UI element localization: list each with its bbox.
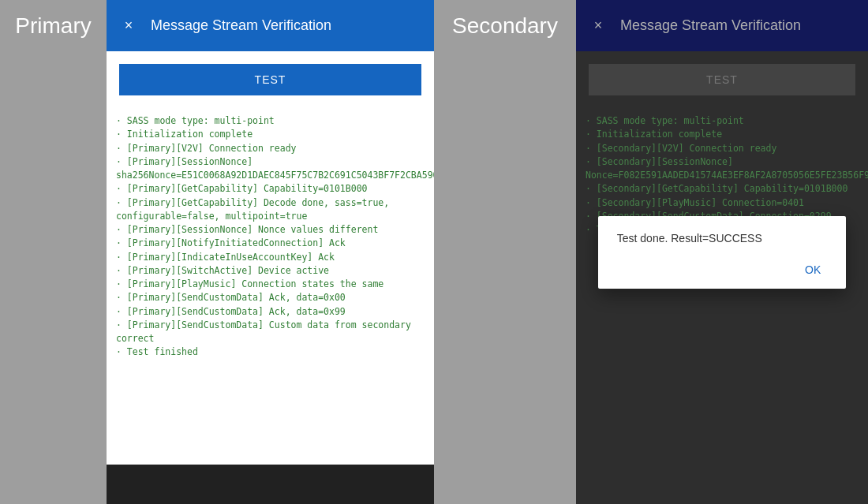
left-test-button-container: TEST [107,51,434,108]
left-dialog: × Message Stream Verification TEST · SAS… [107,0,434,504]
right-panel: Secondary × Message Stream Verification … [434,0,868,504]
left-close-button[interactable]: × [119,17,138,35]
left-panel: Primary × Message Stream Verification TE… [0,0,434,504]
log-line: · Test finished [116,345,425,359]
result-dialog: Test done. Result=SUCCESS OK [598,216,847,289]
log-line: · [Primary][GetCapability] Decode done, … [116,196,425,224]
primary-label: Primary [15,13,91,39]
log-line: · SASS mode type: multi-point [116,114,425,128]
log-line: · [Primary][SendCustomData] Ack, data=0x… [116,291,425,304]
log-line: · [Primary][PlayMusic] Connection states… [116,278,425,291]
log-line: · [Primary][SessionNonce] Nonce values d… [116,223,425,237]
log-line: · [Primary][SessionNonce] sha256Nonce=E5… [116,155,425,183]
result-actions: OK [617,257,828,282]
log-line: · [Primary][NotifyInitiatedConnection] A… [116,237,425,250]
log-line: · Initialization complete [116,128,425,141]
result-overlay: Test done. Result=SUCCESS OK [576,0,868,504]
left-dialog-header: × Message Stream Verification [107,0,434,51]
log-line: · [Primary][SendCustomData] Ack, data=0x… [116,305,425,319]
log-line: · [Primary][GetCapability] Capability=01… [116,182,425,196]
left-log-area: · SASS mode type: multi-point · Initiali… [107,108,434,465]
log-line: · [Primary][V2V] Connection ready [116,142,425,155]
ok-button[interactable]: OK [799,257,827,282]
left-bottom-bar [107,465,434,504]
right-panel-label: Secondary [434,0,576,51]
left-panel-label: Primary [0,0,107,51]
left-dialog-title: Message Stream Verification [151,17,331,34]
result-text: Test done. Result=SUCCESS [617,232,828,245]
right-dialog: × Message Stream Verification TEST · SAS… [576,0,868,504]
log-line: · [Primary][SwitchActive] Device active [116,264,425,278]
log-line: · [Primary][IndicateInUseAccountKey] Ack [116,251,425,264]
secondary-label: Secondary [452,13,558,39]
log-line: · [Primary][SendCustomData] Custom data … [116,319,425,346]
left-test-button[interactable]: TEST [119,64,421,95]
